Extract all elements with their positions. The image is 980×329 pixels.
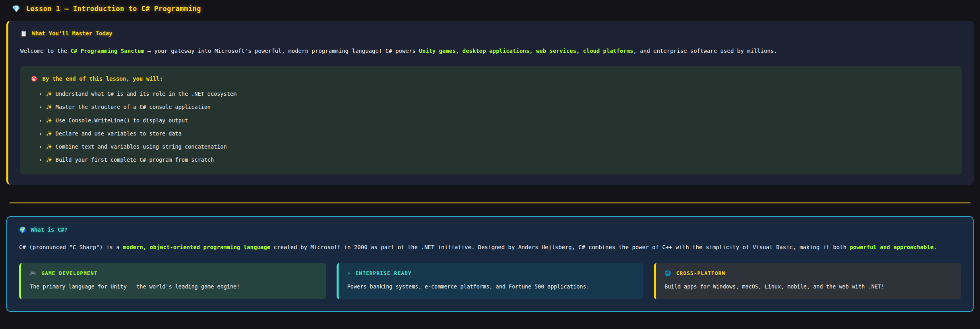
intro-text-3: , and enterprise software used by millio…: [633, 48, 777, 54]
objective-text: Combine text and variables using string …: [56, 143, 227, 150]
objective-text: Master the structure of a C# console app…: [56, 104, 211, 110]
section-divider: [10, 202, 970, 203]
objective-text: Use Console.WriteLine() to display outpu…: [56, 117, 188, 124]
globe-icon: 🌍: [19, 226, 26, 233]
sparkles-icon: ✨: [46, 104, 52, 110]
what-is-csharp-card: 🌍What is C#? C# (pronounced "C Sharp") i…: [6, 216, 974, 312]
intro-text-2: — your gateway into Microsoft's powerful…: [144, 48, 419, 54]
fact-enterprise-title-text: ENTERPRISE READY: [355, 270, 411, 276]
sparkles-icon: ✨: [46, 130, 52, 137]
fact-game-title: 🎮GAME DEVELOPMENT: [30, 270, 318, 276]
objective-item: ✨Declare and use variables to store data: [46, 130, 951, 137]
sparkles-icon: ✨: [46, 157, 52, 163]
objective-item: ✨Combine text and variables using string…: [46, 143, 951, 151]
globe-meridians-icon: 🌐: [664, 270, 671, 276]
master-today-heading-text: What You'll Master Today: [32, 30, 112, 37]
what-is-csharp-paragraph: C# (pronounced "C Sharp") is a modern, o…: [19, 242, 961, 253]
fact-card-game-development: 🎮GAME DEVELOPMENT The primary language f…: [19, 263, 326, 299]
objective-item: ✨Understand what C# is and its role in t…: [46, 90, 951, 98]
objective-text: Build your first complete C# program fro…: [56, 157, 214, 163]
objectives-heading-text: By the end of this lesson, you will:: [42, 75, 163, 82]
fact-cross-title-text: CROSS-PLATFORM: [676, 270, 726, 276]
master-today-heading: 📋What You'll Master Today: [20, 30, 962, 37]
fact-cross-title: 🌐CROSS-PLATFORM: [664, 270, 952, 276]
whatis-highlight-modern: modern, object-oriented programming lang…: [123, 244, 270, 250]
target-icon: 🎯: [31, 75, 37, 82]
objectives-box: 🎯By the end of this lesson, you will: ✨U…: [20, 66, 962, 174]
fact-enterprise-title: ⚡ENTERPRISE READY: [347, 270, 635, 276]
gem-icon: 💎: [12, 5, 21, 13]
objectives-list: ✨Understand what C# is and its role in t…: [31, 90, 951, 164]
fact-cross-body: Build apps for Windows, macOS, Linux, mo…: [664, 283, 952, 290]
fact-game-body: The primary language for Unity — the wor…: [30, 283, 318, 290]
objectives-heading: 🎯By the end of this lesson, you will:: [31, 75, 951, 82]
fact-card-enterprise-ready: ⚡ENTERPRISE READY Powers banking systems…: [337, 263, 644, 299]
facts-row: 🎮GAME DEVELOPMENT The primary language f…: [19, 263, 961, 299]
what-is-csharp-heading: 🌍What is C#?: [19, 226, 961, 233]
fact-enterprise-body: Powers banking systems, e-commerce platf…: [347, 283, 635, 290]
sparkles-icon: ✨: [46, 91, 52, 97]
gamepad-icon: 🎮: [30, 270, 37, 276]
sparkles-icon: ✨: [46, 117, 52, 124]
page-header: 💎Lesson 1 — Introduction to C# Programmi…: [0, 0, 980, 15]
intro-highlight-sanctum: C# Programming Sanctum: [70, 48, 144, 54]
lightning-icon: ⚡: [347, 270, 351, 276]
objective-item: ✨Use Console.WriteLine() to display outp…: [46, 116, 951, 124]
whatis-highlight-powerful: powerful and approachable: [850, 244, 934, 250]
objective-text: Declare and use variables to store data: [56, 130, 182, 137]
intro-highlight-platforms: Unity games, desktop applications, web s…: [419, 48, 633, 54]
master-today-card: 📋What You'll Master Today Welcome to the…: [6, 21, 974, 185]
page-title-text: Lesson 1 — Introduction to C# Programmin…: [26, 5, 201, 13]
sparkles-icon: ✨: [46, 143, 52, 150]
fact-card-cross-platform: 🌐CROSS-PLATFORM Build apps for Windows, …: [654, 263, 961, 299]
whatis-text-2: created by Microsoft in 2000 as part of …: [270, 244, 850, 250]
objective-text: Understand what C# is and its role in th…: [56, 91, 236, 97]
page-title: 💎Lesson 1 — Introduction to C# Programmi…: [12, 5, 968, 13]
intro-text-1: Welcome to the: [20, 48, 70, 54]
whatis-text-3: .: [934, 244, 937, 250]
fact-game-title-text: GAME DEVELOPMENT: [41, 270, 97, 276]
whatis-text-1: C# (pronounced "C Sharp") is a: [19, 244, 123, 250]
objective-item: ✨Master the structure of a C# console ap…: [46, 103, 951, 111]
notepad-icon: 📋: [20, 30, 27, 37]
what-is-csharp-heading-text: What is C#?: [31, 226, 68, 233]
objective-item: ✨Build your first complete C# program fr…: [46, 156, 951, 164]
intro-paragraph: Welcome to the C# Programming Sanctum — …: [20, 45, 962, 56]
